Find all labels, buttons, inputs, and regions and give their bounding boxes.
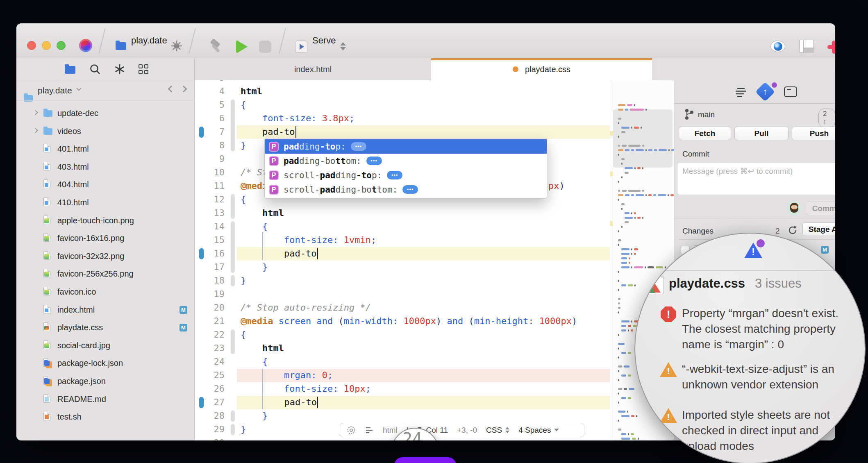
file-row[interactable]: package-lock.json	[16, 355, 195, 372]
code-line[interactable]: 25 mrgan: 0;	[195, 369, 610, 382]
root-disclosure-icon[interactable]	[76, 86, 82, 91]
serve-play-icon[interactable]	[295, 41, 307, 53]
symbols-asterisk-icon[interactable]	[114, 64, 125, 75]
search-icon[interactable]	[89, 64, 101, 75]
file-row[interactable]: 410.html	[16, 194, 195, 212]
more-values-icon[interactable]: •••	[402, 185, 418, 194]
code-line[interactable]: 14 {	[195, 220, 610, 234]
code-line[interactable]: 16 pad-to	[195, 247, 610, 261]
root-folder-name[interactable]: play.date	[38, 86, 72, 95]
stage-all-button[interactable]: Stage All	[802, 222, 835, 236]
file-row[interactable]: apple-touch-icon.png	[16, 212, 195, 230]
code-line[interactable]: 13 html	[195, 207, 610, 220]
back-icon[interactable]	[168, 86, 175, 93]
file-row[interactable]: README.md	[16, 391, 195, 409]
more-values-icon[interactable]: •••	[387, 171, 402, 179]
grid-view-icon[interactable]	[139, 64, 148, 74]
code-line[interactable]: 7 pad-to	[195, 125, 610, 139]
code-line[interactable]: 26 font-size: 10px;	[195, 382, 610, 396]
commit-message-box[interactable]: Message (press ⌘↩ to commit)	[677, 163, 835, 195]
layout-panes-icon[interactable]	[799, 40, 814, 53]
completion-item[interactable]: Pscroll-padding-bottom:•••	[265, 182, 547, 197]
wrap-lines-icon[interactable]	[365, 426, 374, 434]
file-row[interactable]: videos	[16, 123, 195, 141]
code-line[interactable]: 15 font-size: 1vmin;	[195, 234, 610, 247]
completion-item[interactable]: Ppadding-bottom:•••	[265, 154, 547, 168]
file-row[interactable]: favicon-32x32.png	[16, 248, 195, 266]
push-button[interactable]: Push	[792, 127, 835, 140]
stop-icon[interactable]	[259, 41, 271, 53]
run-icon[interactable]	[236, 40, 248, 54]
commit-button[interactable]: Commit	[806, 202, 835, 215]
file-row[interactable]: social-card.jpg	[16, 337, 195, 355]
code-editor[interactable]: 34html5{6 font-size: 3.8px;7 pad-to8}910…	[195, 80, 610, 440]
close-button[interactable]	[27, 41, 36, 50]
sidebar-files-icon[interactable]	[65, 66, 75, 74]
panel-outline-icon[interactable]	[735, 87, 747, 98]
file-row[interactable]: index.htmlM	[16, 302, 195, 319]
fold-region-pill[interactable]	[231, 275, 235, 286]
completion-item[interactable]: Ppadding-top:•••	[265, 139, 547, 154]
line-number: 21	[200, 316, 225, 326]
preview-globe-icon[interactable]	[347, 426, 356, 435]
file-row[interactable]: favicon.ico	[16, 284, 195, 301]
code-line[interactable]: 20/* Stop auto-resizing */	[195, 301, 610, 315]
line-number: 17	[200, 262, 225, 272]
code-line[interactable]: 23 html	[195, 342, 610, 355]
disclosure-icon[interactable]	[33, 110, 38, 115]
file-row[interactable]: update-dec	[16, 105, 195, 123]
code-line[interactable]: 18}	[195, 274, 610, 288]
fold-region-pill[interactable]	[231, 411, 235, 422]
zoom-button[interactable]	[57, 41, 66, 50]
more-values-icon[interactable]: •••	[351, 142, 366, 151]
code-line[interactable]: 4html	[195, 85, 610, 98]
code-line[interactable]: 27 pad-to	[195, 396, 610, 409]
code-line[interactable]: 17 }	[195, 261, 610, 274]
fold-region-pill[interactable]	[231, 194, 235, 219]
ahead-count-badge[interactable]: 2 ↑	[818, 109, 835, 127]
code-line[interactable]: 19	[195, 288, 610, 301]
new-item-plus-icon[interactable]	[827, 41, 835, 55]
status-indent-select[interactable]: 4 Spaces	[518, 426, 559, 435]
file-row[interactable]: test.sh	[16, 409, 195, 426]
forward-icon[interactable]	[180, 86, 187, 93]
more-values-icon[interactable]: •••	[366, 157, 382, 165]
status-syntax-select[interactable]: CSS	[486, 426, 509, 435]
code-line[interactable]: 28 }	[195, 409, 610, 423]
code-line[interactable]: 21@media screen and (min-width: 1000px) …	[195, 315, 610, 328]
pull-button[interactable]: Pull	[734, 127, 788, 140]
branch-name[interactable]: main	[698, 110, 715, 119]
serve-task-stepper[interactable]	[340, 42, 346, 50]
completion-item[interactable]: Pscroll-padding-top:•••	[265, 168, 547, 182]
file-row[interactable]: playdate.cssM	[16, 319, 195, 337]
file-row[interactable]: 403.html	[16, 159, 195, 176]
file-row[interactable]: 401.html	[16, 141, 195, 158]
code-line[interactable]: 24 {	[195, 355, 610, 369]
build-hammer-icon[interactable]	[209, 40, 223, 54]
code-line[interactable]: 5{	[195, 98, 610, 112]
fold-region-pill[interactable]	[231, 100, 235, 151]
minimize-button[interactable]	[42, 41, 51, 50]
line-number: 13	[200, 208, 225, 218]
preview-eye-icon[interactable]	[770, 41, 785, 52]
disclosure-icon[interactable]	[33, 128, 38, 133]
code-line[interactable]: 22{	[195, 328, 610, 342]
tab-playdate.css[interactable]: playdate.css	[431, 58, 652, 80]
reports-panel-icon[interactable]	[784, 86, 797, 97]
refresh-icon[interactable]	[787, 225, 798, 236]
file-row[interactable]: favicon-16x16.png	[16, 230, 195, 247]
file-row[interactable]: package.json	[16, 373, 195, 390]
code-line[interactable]: 3	[195, 80, 610, 85]
serve-task-label[interactable]: Serve	[312, 35, 336, 46]
file-row[interactable]: 404.html	[16, 176, 195, 194]
fold-region-pill[interactable]	[231, 221, 235, 273]
tab-index.html[interactable]: index.html	[195, 58, 431, 80]
gear-icon[interactable]	[171, 41, 182, 51]
fold-region-pill[interactable]	[231, 329, 235, 354]
fold-region-pill[interactable]	[231, 424, 235, 435]
minimap-row	[621, 158, 625, 160]
fetch-button[interactable]: Fetch	[679, 127, 731, 140]
code-text: @medi	[241, 181, 268, 191]
code-line[interactable]: 6 font-size: 3.8px;	[195, 112, 610, 125]
file-row[interactable]: favicon-256x256.png	[16, 266, 195, 283]
